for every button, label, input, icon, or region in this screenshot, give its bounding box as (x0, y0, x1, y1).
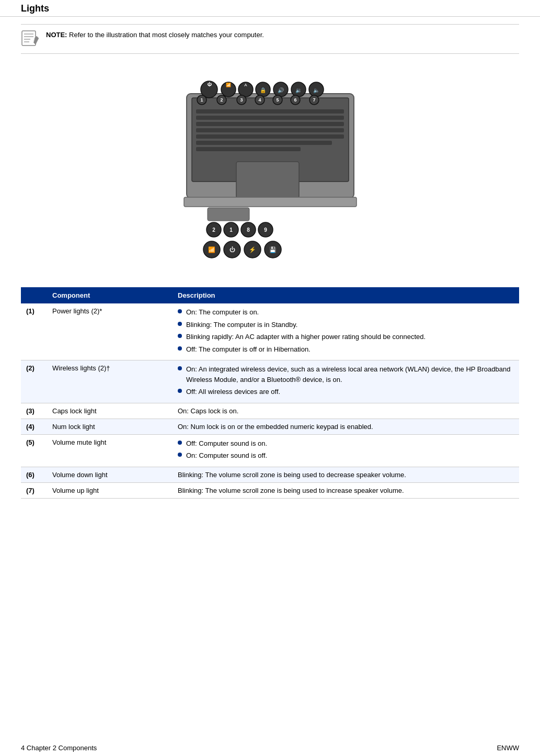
svg-text:🔒: 🔒 (260, 87, 267, 94)
bullet-dot (178, 334, 182, 338)
bullet-dot (178, 346, 182, 351)
row-component: Wireless lights (2)† (47, 360, 173, 403)
svg-text:7: 7 (313, 97, 315, 103)
svg-rect-13 (196, 141, 332, 145)
svg-text:2: 2 (220, 97, 223, 103)
svg-text:6: 6 (294, 97, 296, 103)
svg-rect-45 (208, 208, 249, 221)
row-component: Volume up light (47, 482, 173, 498)
row-num: (7) (21, 482, 47, 498)
svg-text:🔈: 🔈 (313, 87, 320, 94)
svg-text:🔉: 🔉 (295, 87, 302, 94)
svg-text:8: 8 (247, 227, 250, 233)
svg-text:⏻: ⏻ (207, 82, 212, 87)
table-row: (4)Num lock lightOn: Num lock is on or t… (21, 419, 519, 434)
row-num: (5) (21, 434, 47, 467)
bullet-dot (178, 389, 182, 393)
bullet-item: Blinking rapidly: An AC adapter with a h… (178, 332, 514, 342)
table-row: (6)Volume down lightBlinking: The volume… (21, 467, 519, 482)
col-num-header (21, 287, 47, 303)
laptop-illustration: ⏻ 1 📶 2 A 3 🔒 4 🔊 5 🔉 (155, 62, 385, 282)
svg-text:9: 9 (264, 227, 267, 233)
col-description-header: Description (173, 287, 519, 303)
bullet-item: On: The computer is on. (178, 307, 514, 318)
row-description: Blinking: The volume scroll zone is bein… (173, 467, 519, 482)
table-row: (2)Wireless lights (2)†On: An integrated… (21, 360, 519, 403)
bullet-item: On: Computer sound is off. (178, 450, 514, 461)
svg-rect-8 (196, 109, 344, 114)
computer-image-area: ⏻ 1 📶 2 A 3 🔒 4 🔊 5 🔉 (21, 62, 519, 282)
svg-rect-11 (196, 128, 344, 132)
svg-text:2: 2 (212, 227, 215, 233)
svg-text:1: 1 (200, 97, 203, 103)
svg-rect-16 (184, 197, 357, 207)
table-row: (7)Volume up lightBlinking: The volume s… (21, 482, 519, 498)
bullet-item: Blinking: The computer is in Standby. (178, 320, 514, 330)
row-component: Volume down light (47, 467, 173, 482)
col-component-header: Component (47, 287, 173, 303)
bullet-item: Off: The computer is off or in Hibernati… (178, 344, 514, 355)
row-num: (2) (21, 360, 47, 403)
page-footer: 4 Chapter 2 Components ENWW (0, 744, 540, 752)
note-content: Refer to the illustration that most clos… (69, 31, 264, 39)
bullet-dot (178, 309, 182, 313)
row-description: On: An integrated wireless device, such … (173, 360, 519, 403)
svg-text:5: 5 (276, 97, 279, 103)
row-description: Blinking: The volume scroll zone is bein… (173, 482, 519, 498)
svg-text:3: 3 (240, 97, 243, 103)
bullet-dot (178, 322, 182, 326)
page-title: Lights (21, 3, 49, 14)
bullet-dot (178, 441, 182, 445)
svg-text:4: 4 (258, 97, 261, 103)
svg-text:A: A (244, 83, 247, 87)
row-num: (4) (21, 419, 47, 434)
table-row: (5)Volume mute lightOff: Computer sound … (21, 434, 519, 467)
footer-right: ENWW (497, 744, 519, 752)
footer-left: 4 Chapter 2 Components (21, 744, 97, 752)
page-header: Lights (0, 0, 540, 17)
note-icon (21, 30, 41, 48)
row-num: (6) (21, 467, 47, 482)
svg-rect-14 (196, 147, 301, 151)
row-description: On: The computer is on.Blinking: The com… (173, 303, 519, 360)
svg-text:🔊: 🔊 (278, 87, 284, 94)
content-area: NOTE: Refer to the illustration that mos… (0, 24, 540, 499)
row-component: Caps lock light (47, 403, 173, 419)
row-description: Off: Computer sound is on.On: Computer s… (173, 434, 519, 467)
bullet-dot (178, 366, 182, 370)
svg-text:⚡: ⚡ (249, 246, 256, 253)
row-num: (3) (21, 403, 47, 419)
svg-rect-9 (196, 116, 344, 120)
table-header-row: Component Description (21, 287, 519, 303)
row-component: Num lock light (47, 419, 173, 434)
svg-text:⏻: ⏻ (229, 246, 235, 253)
bullet-item: On: An integrated wireless device, such … (178, 364, 514, 385)
svg-text:💾: 💾 (269, 246, 277, 253)
row-component: Power lights (2)* (47, 303, 173, 360)
bullet-dot (178, 453, 182, 457)
note-text: NOTE: Refer to the illustration that mos… (46, 30, 264, 40)
row-description: On: Caps lock is on. (173, 403, 519, 419)
svg-text:📶: 📶 (226, 82, 231, 87)
svg-rect-15 (236, 162, 299, 198)
components-table: Component Description (1)Power lights (2… (21, 287, 519, 499)
pencil-note-icon (21, 30, 40, 47)
bullet-item: Off: All wireless devices are off. (178, 387, 514, 397)
row-component: Volume mute light (47, 434, 173, 467)
svg-text:1: 1 (229, 227, 233, 233)
svg-rect-12 (196, 134, 344, 139)
svg-rect-10 (196, 122, 344, 126)
row-description: On: Num lock is on or the embedded numer… (173, 419, 519, 434)
note-label: NOTE: (46, 31, 67, 39)
table-row: (3)Caps lock lightOn: Caps lock is on. (21, 403, 519, 419)
svg-rect-0 (22, 31, 36, 46)
svg-text:📶: 📶 (208, 246, 215, 253)
table-row: (1)Power lights (2)*On: The computer is … (21, 303, 519, 360)
row-num: (1) (21, 303, 47, 360)
note-box: NOTE: Refer to the illustration that mos… (21, 24, 519, 54)
bullet-item: Off: Computer sound is on. (178, 438, 514, 449)
